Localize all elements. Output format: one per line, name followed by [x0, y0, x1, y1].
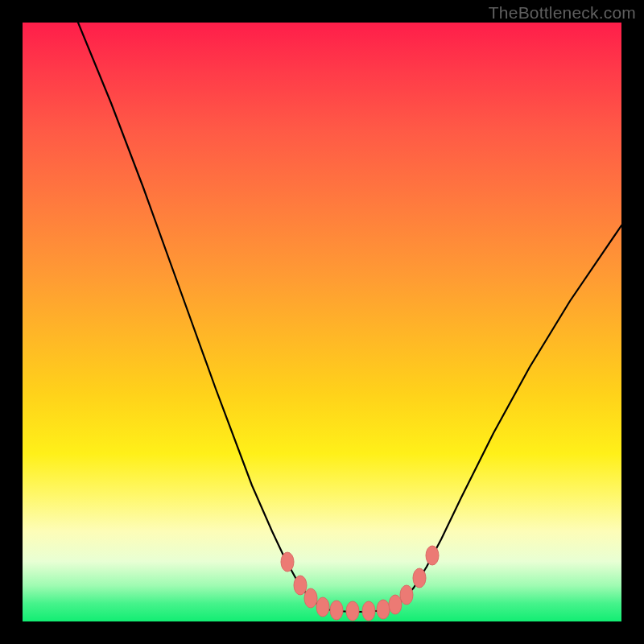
curve-marker — [346, 601, 359, 621]
curve-marker — [281, 552, 294, 572]
curve-marker — [294, 576, 307, 595]
curve-marker — [304, 588, 317, 608]
curve-marker — [413, 568, 426, 588]
curve-marker — [400, 585, 413, 605]
chart-plot-area — [23, 23, 621, 621]
curve-path — [78, 23, 621, 612]
curve-marker — [377, 600, 390, 619]
watermark-text: TheBottleneck.com — [489, 3, 636, 23]
chart-frame: TheBottleneck.com — [0, 0, 644, 644]
curve-marker — [362, 601, 375, 621]
chart-svg — [23, 23, 621, 621]
curve-marker — [316, 597, 329, 617]
curve-marker — [426, 546, 439, 565]
curve-marker — [389, 595, 402, 614]
curve-marker — [330, 601, 343, 620]
